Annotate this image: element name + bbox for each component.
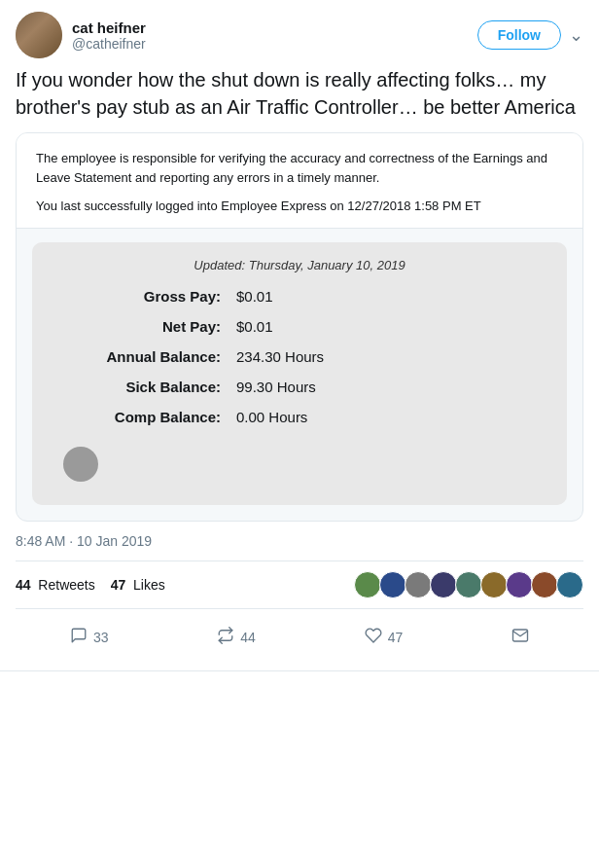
mini-avatar [506, 571, 533, 598]
card-avatar-circle [63, 447, 98, 482]
tweet-header: cat heifner @catheifner Follow ⌄ [16, 12, 583, 58]
retweets-count: 44 [16, 577, 31, 593]
mail-icon [511, 627, 529, 649]
mini-avatar [480, 571, 508, 598]
net-pay-value: $0.01 [236, 318, 273, 335]
pay-stub-updated: Updated: Thursday, January 10, 2019 [55, 258, 544, 272]
header-right: Follow ⌄ [477, 20, 583, 50]
tweet-timestamp: 8:48 AM · 10 Jan 2019 [16, 533, 583, 549]
likes-label: Likes [133, 577, 165, 593]
chevron-down-icon[interactable]: ⌄ [569, 24, 583, 46]
tweet-container: cat heifner @catheifner Follow ⌄ If you … [0, 0, 599, 671]
like-count: 47 [388, 630, 404, 645]
heart-icon [365, 627, 382, 649]
user-info: cat heifner @catheifner [72, 19, 477, 52]
username[interactable]: @catheifner [72, 36, 477, 52]
mini-avatar [531, 571, 558, 598]
mini-avatar [379, 571, 406, 598]
stats-row: 44 Retweets 47 Likes [16, 561, 583, 609]
retweet-button[interactable]: 44 [207, 621, 265, 655]
retweets-label: Retweets [38, 577, 94, 593]
reply-count: 33 [93, 630, 109, 645]
retweet-count: 44 [240, 630, 256, 645]
card-last-login: You last successfully logged into Employ… [36, 197, 563, 216]
action-row: 33 44 47 [16, 617, 583, 659]
mini-avatar [430, 571, 457, 598]
tweet-text: If you wonder how the shut down is reall… [16, 66, 583, 121]
pay-stub-row-net: Net Pay: $0.01 [55, 318, 544, 335]
mini-avatar [405, 571, 432, 598]
reply-icon [70, 627, 88, 649]
sick-balance-label: Sick Balance: [55, 379, 221, 395]
mini-avatar [455, 571, 482, 598]
avatar[interactable] [16, 12, 62, 58]
embedded-card: The employee is responsible for verifyin… [16, 132, 583, 522]
comp-balance-label: Comp Balance: [55, 409, 221, 425]
avatars-group [354, 571, 583, 598]
card-disclaimer: The employee is responsible for verifyin… [36, 149, 563, 187]
retweet-icon [217, 627, 234, 649]
comp-balance-value: 0.00 Hours [236, 409, 307, 425]
sick-balance-value: 99.30 Hours [236, 379, 316, 395]
mini-avatar [556, 571, 583, 598]
pay-stub-card: Updated: Thursday, January 10, 2019 Gros… [32, 242, 567, 505]
mini-avatar [354, 571, 381, 598]
pay-stub-row-gross: Gross Pay: $0.01 [55, 288, 544, 305]
gross-pay-label: Gross Pay: [55, 288, 221, 305]
gross-pay-value: $0.01 [236, 288, 273, 305]
reply-button[interactable]: 33 [60, 621, 119, 655]
pay-stub-row-sick: Sick Balance: 99.30 Hours [55, 379, 544, 395]
display-name[interactable]: cat heifner [72, 19, 477, 36]
annual-balance-label: Annual Balance: [55, 348, 221, 365]
annual-balance-value: 234.30 Hours [236, 348, 324, 365]
share-button[interactable] [502, 621, 539, 655]
retweets-stat[interactable]: 44 Retweets [16, 577, 95, 593]
like-button[interactable]: 47 [355, 621, 413, 655]
card-text-section: The employee is responsible for verifyin… [17, 133, 582, 229]
follow-button[interactable]: Follow [477, 20, 561, 50]
likes-count: 47 [111, 577, 126, 593]
likes-stat[interactable]: 47 Likes [111, 577, 165, 593]
pay-stub-row-comp: Comp Balance: 0.00 Hours [55, 409, 544, 425]
pay-stub-row-annual: Annual Balance: 234.30 Hours [55, 348, 544, 365]
net-pay-label: Net Pay: [55, 318, 221, 335]
